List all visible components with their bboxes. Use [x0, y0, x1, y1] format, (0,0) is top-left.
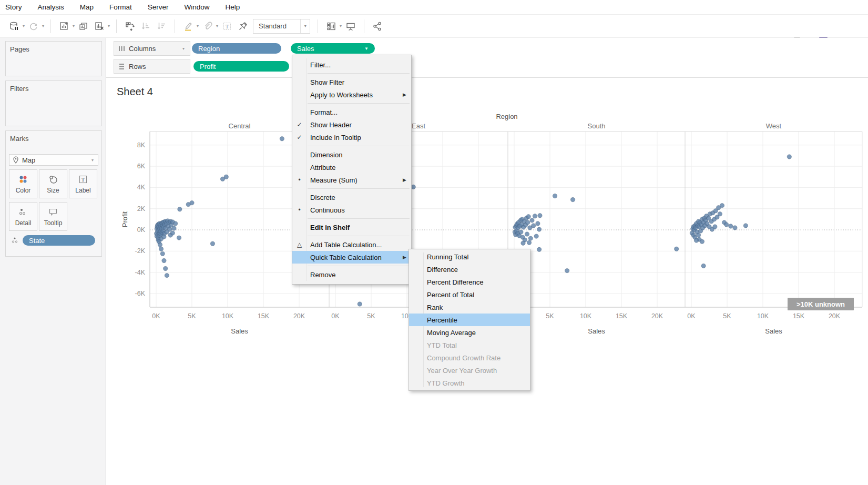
data-point[interactable]	[168, 227, 172, 231]
data-point[interactable]	[565, 268, 569, 272]
data-point[interactable]	[165, 273, 169, 277]
menu-item-difference[interactable]: Difference	[409, 263, 530, 276]
data-point[interactable]	[210, 241, 215, 246]
menu-item-compound-growth-rate[interactable]: Compound Growth Rate	[409, 351, 530, 364]
data-point[interactable]	[173, 221, 178, 226]
data-point[interactable]	[537, 247, 541, 251]
data-point[interactable]	[530, 218, 534, 223]
data-point[interactable]	[162, 235, 166, 239]
data-point[interactable]	[729, 224, 733, 228]
data-point[interactable]	[724, 223, 728, 227]
menu-item-continuous[interactable]: •Continuous	[292, 204, 411, 216]
data-point[interactable]	[521, 241, 525, 245]
y-tick-label: 6K	[137, 163, 146, 170]
data-point[interactable]	[159, 247, 163, 251]
menu-item-add-table-calculation[interactable]: △Add Table Calculation...	[292, 238, 411, 251]
data-point[interactable]	[713, 225, 717, 229]
menu-item-filter[interactable]: Filter...	[292, 58, 411, 71]
menu-item-label: Remove	[307, 271, 411, 279]
data-point[interactable]	[701, 264, 706, 268]
x-tick-label: 0K	[331, 312, 340, 320]
menu-item-label: Percentile	[423, 316, 530, 324]
menu-item-ytd-growth[interactable]: YTD Growth	[409, 377, 530, 389]
menu-item-ytd-total[interactable]: YTD Total	[409, 339, 530, 351]
menu-separator	[292, 101, 411, 106]
data-point[interactable]	[160, 251, 165, 256]
data-point[interactable]	[526, 215, 530, 219]
data-point[interactable]	[172, 226, 176, 230]
data-point[interactable]	[163, 266, 167, 270]
menu-item-running-total[interactable]: Running Total	[409, 250, 530, 263]
data-point[interactable]	[733, 226, 737, 230]
menu-item-show-filter[interactable]: Show Filter	[292, 76, 411, 88]
y-tick-label: 2K	[137, 205, 146, 213]
menu-item-remove[interactable]: Remove	[292, 268, 411, 281]
menu-item-include-in-tooltip[interactable]: ✓Include in Tooltip	[292, 131, 411, 144]
menu-item-gutter	[292, 148, 307, 161]
menu-item-discrete[interactable]: Discrete	[292, 191, 411, 204]
x-axis-title: Sales	[588, 327, 605, 335]
data-point[interactable]	[533, 214, 537, 218]
data-point[interactable]	[177, 236, 181, 240]
data-point[interactable]	[411, 185, 415, 189]
data-point[interactable]	[170, 231, 175, 235]
data-point[interactable]	[280, 137, 284, 141]
data-point[interactable]	[787, 155, 791, 159]
data-point[interactable]	[553, 194, 557, 198]
x-axis-title: Sales	[231, 327, 248, 335]
data-point[interactable]	[224, 175, 228, 179]
menu-item-quick-table-calculation[interactable]: Quick Table Calculation▶	[292, 251, 411, 264]
y-tick-label: 4K	[137, 184, 146, 191]
unknown-values-badge[interactable]: >10K unknown	[788, 298, 854, 310]
data-point[interactable]	[720, 203, 724, 207]
menu-item-year-over-year-growth[interactable]: Year Over Year Growth	[409, 364, 530, 377]
column-header-south: South	[588, 122, 606, 130]
data-point[interactable]	[519, 230, 523, 234]
data-point[interactable]	[538, 214, 542, 218]
menu-item-apply-to-worksheets[interactable]: Apply to Worksheets▶	[292, 88, 411, 101]
table-calc-delta-icon: △	[292, 238, 307, 251]
checkmark-icon: ✓	[292, 131, 307, 144]
data-point[interactable]	[718, 212, 722, 216]
data-point[interactable]	[190, 200, 194, 205]
data-point[interactable]	[526, 220, 530, 225]
x-tick-label: 5K	[188, 312, 196, 320]
data-point[interactable]	[525, 232, 529, 236]
data-point[interactable]	[528, 236, 533, 240]
menu-item-label: Show Filter	[307, 78, 411, 86]
data-point[interactable]	[537, 227, 541, 231]
menu-item-format[interactable]: Format...	[292, 106, 411, 118]
menu-item-dimension[interactable]: Dimension	[292, 148, 411, 161]
data-point[interactable]	[700, 239, 704, 244]
data-point[interactable]	[536, 221, 540, 226]
menu-item-rank[interactable]: Rank	[409, 301, 530, 314]
menu-item-label: Difference	[423, 266, 530, 274]
menu-item-label: Filter...	[307, 61, 411, 69]
menu-item-show-header[interactable]: ✓Show Header	[292, 118, 411, 131]
data-point[interactable]	[162, 258, 166, 262]
data-point[interactable]	[534, 234, 538, 238]
data-point[interactable]	[675, 247, 679, 251]
menu-item-edit-in-shelf[interactable]: Edit in Shelf	[292, 221, 411, 234]
menu-item-attribute[interactable]: Attribute	[292, 161, 411, 174]
data-point[interactable]	[158, 242, 162, 247]
scatter-panel-central	[154, 137, 284, 278]
data-point[interactable]	[694, 238, 698, 242]
quick-table-calc-submenu: Running TotalDifferencePercent Differenc…	[409, 249, 530, 391]
menu-item-gutter	[409, 276, 423, 288]
menu-item-percentile[interactable]: Percentile	[409, 314, 530, 326]
y-tick-label: -6K	[135, 290, 146, 297]
y-tick-label: -2K	[135, 247, 146, 255]
data-point[interactable]	[743, 224, 748, 228]
data-point[interactable]	[570, 197, 575, 201]
menu-item-moving-average[interactable]: Moving Average	[409, 326, 530, 339]
data-point[interactable]	[696, 233, 700, 237]
data-point[interactable]	[358, 302, 362, 306]
data-point[interactable]	[532, 224, 536, 228]
data-point[interactable]	[178, 207, 182, 211]
data-point[interactable]	[527, 240, 531, 245]
x-tick-label: 15K	[793, 312, 805, 320]
menu-item-percent-of-total[interactable]: Percent of Total	[409, 288, 530, 301]
menu-item-measure-sum[interactable]: •Measure (Sum)▶	[292, 174, 411, 186]
menu-item-percent-difference[interactable]: Percent Difference	[409, 276, 530, 288]
